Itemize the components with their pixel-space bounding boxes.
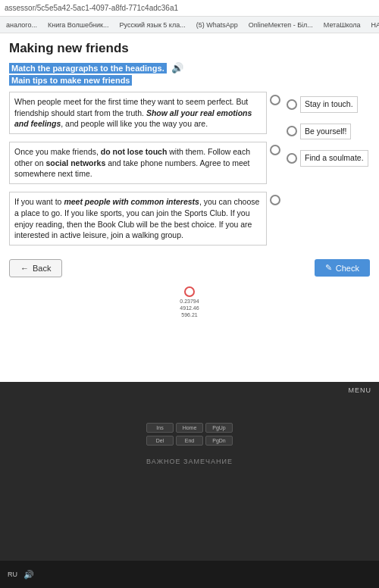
heading-item-3: Find a soulmate. — [287, 150, 370, 167]
key-row-2: Del End PgDn — [146, 436, 233, 446]
radio-right-2[interactable] — [287, 126, 297, 136]
paragraph-block-1: When people meet for the first time they… — [9, 92, 280, 134]
bookmark-4[interactable]: (5) WhatsApp — [193, 20, 241, 30]
bookmark-2[interactable]: Книга Волшебник... — [45, 20, 112, 30]
bookmark-1[interactable]: аналого... — [3, 20, 40, 30]
keyboard-hint: ВАЖНОЕ ЗАМЕЧАНИЕ — [146, 458, 233, 465]
heading-label-2: Be yourself! — [300, 124, 351, 140]
exercise-area: When people meet for the first time they… — [9, 92, 370, 253]
taskbar: RU 🔊 — [0, 561, 379, 588]
taskbar-left: RU 🔊 — [8, 570, 34, 580]
paragraphs-col: When people meet for the first time they… — [9, 92, 280, 253]
tray-ru: RU — [8, 571, 17, 578]
keyboard-area: MENU Ins Home PgUp Del End PgDn ВАЖНОЕ З… — [0, 382, 379, 471]
paragraph-text-3: If you want to meet people with common i… — [9, 192, 267, 246]
speaker-icon[interactable]: 🔊 — [23, 570, 34, 580]
back-button[interactable]: ← Back — [9, 259, 62, 277]
radio-left-3[interactable] — [270, 195, 280, 205]
bookmark-7[interactable]: НАМ — [368, 20, 380, 30]
key-ins[interactable]: Ins — [146, 423, 174, 433]
radio-left-1[interactable] — [270, 95, 280, 105]
key-end[interactable]: End — [176, 436, 203, 446]
heading-label-1: Stay in touch. — [300, 96, 358, 113]
back-arrow-icon: ← — [20, 264, 29, 273]
heading-item-1: Stay in touch. — [287, 96, 370, 113]
subtitle-area: Main tips to make new friends — [9, 75, 370, 92]
paragraph-text-2: Once you make friends, do not lose touch… — [9, 142, 267, 184]
radio-left-2[interactable] — [270, 145, 280, 155]
paragraph-text-1: When people meet for the first time they… — [9, 92, 267, 134]
browser-content: Making new friends Match the paragraphs … — [0, 33, 379, 382]
check-icon: ✎ — [325, 263, 332, 273]
bookmarks-bar: аналого... Книга Волшебник... Русский яз… — [0, 17, 379, 33]
heading-item-2: Be yourself! — [287, 124, 370, 140]
key-home[interactable]: Home — [176, 423, 203, 433]
bookmark-6[interactable]: МетаШкола — [321, 20, 364, 30]
url-text: assessor/5c5e5a42-5ac1-4097-a8fd-771c4ad… — [5, 4, 178, 12]
url-bar[interactable]: assessor/5c5e5a42-5ac1-4097-a8fd-771c4ad… — [0, 0, 379, 17]
heading-label-3: Find a soulmate. — [300, 150, 368, 167]
bottom-radio-group: 0.23794 4912.46 596.21 — [180, 286, 199, 318]
radio-right-1[interactable] — [287, 99, 297, 110]
key-del[interactable]: Del — [146, 436, 174, 446]
key-pgup[interactable]: PgUp — [205, 423, 233, 433]
paragraph-block-2: Once you make friends, do not lose touch… — [9, 142, 280, 184]
bottom-label-1: 0.23794 — [180, 298, 199, 305]
bottom-radio[interactable] — [184, 286, 195, 297]
check-button[interactable]: ✎ Check — [315, 259, 370, 277]
radio-right-3[interactable] — [287, 153, 297, 164]
bottom-label-2: 4912.46 — [180, 305, 199, 311]
check-label: Check — [336, 264, 359, 273]
subtitle-text: Main tips to make new friends — [9, 75, 132, 86]
menu-label: MENU — [349, 386, 372, 394]
browser-chrome: assessor/5c5e5a42-5ac1-4097-a8fd-771c4ad… — [0, 0, 379, 33]
instruction-text: Match the paragraphs to the headings. — [9, 63, 167, 74]
bottom-labels: 0.23794 4912.46 596.21 — [180, 298, 199, 318]
key-pgdn[interactable]: PgDn — [205, 436, 233, 446]
page-title: Making new friends — [9, 41, 370, 56]
headings-col: Stay in touch. Be yourself! Find a soulm… — [287, 92, 370, 253]
instruction-row: Match the paragraphs to the headings. 🔊 — [9, 62, 370, 74]
bottom-radio-area: 0.23794 4912.46 596.21 — [9, 282, 370, 321]
back-label: Back — [33, 264, 51, 273]
paragraph-block-3: If you want to meet people with common i… — [9, 192, 280, 246]
bookmark-3[interactable]: Русский язык 5 кла... — [117, 20, 189, 30]
audio-icon[interactable]: 🔊 — [171, 62, 183, 74]
buttons-row: ← Back ✎ Check — [9, 253, 370, 282]
bookmark-5[interactable]: OnlineMектеп - Біл... — [246, 20, 316, 30]
keyboard: Ins Home PgUp Del End PgDn — [146, 422, 233, 446]
key-row-1: Ins Home PgUp — [146, 423, 233, 433]
bottom-label-3: 596.21 — [180, 311, 199, 318]
